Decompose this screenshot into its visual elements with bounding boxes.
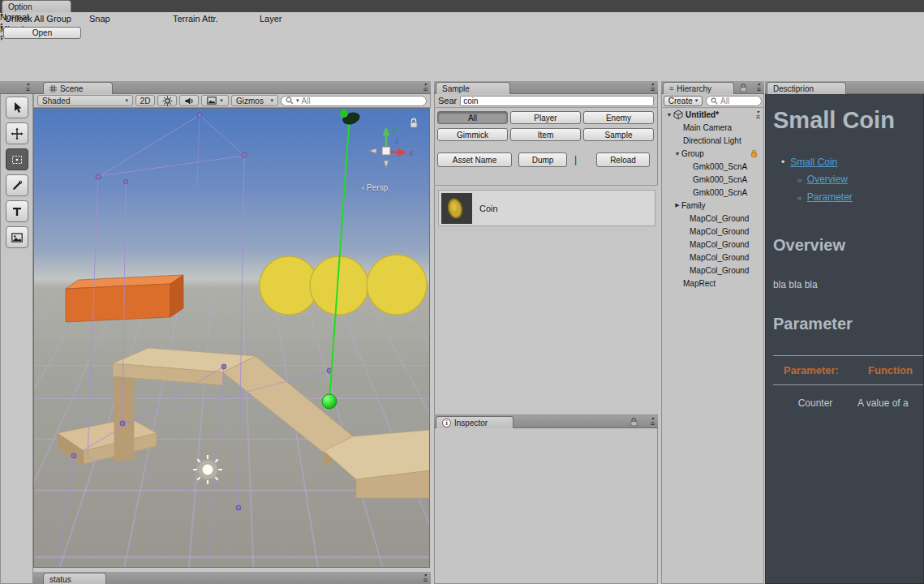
tab-hierarchy[interactable]: ≡ Hierarchy xyxy=(663,82,734,94)
hierarchy-item[interactable]: MapCol_Ground xyxy=(662,238,763,251)
filter-sample-button[interactable]: Sample xyxy=(583,128,654,141)
lock-icon[interactable] xyxy=(630,417,638,427)
hierarchy-item[interactable]: MapCol_Ground xyxy=(662,251,763,264)
asset-name-button[interactable]: Asset Name xyxy=(437,152,512,167)
sample-search-input[interactable] xyxy=(460,96,654,106)
create-button[interactable]: Create ▾ xyxy=(664,96,703,106)
pane-menu-icon[interactable]: ▾≡ xyxy=(26,82,30,92)
pointer-tool-button[interactable] xyxy=(6,97,28,118)
hierarchy-item[interactable]: Gmk000_ScnA xyxy=(662,160,763,173)
image-tool-button[interactable] xyxy=(6,226,28,248)
tab-status[interactable]: status xyxy=(43,573,106,584)
persp-label[interactable]: ‹ Persp xyxy=(362,183,427,192)
toc-link-small-coin[interactable]: Small Coin xyxy=(790,157,837,168)
pane-menu-icon[interactable]: ▾≡ xyxy=(757,82,761,92)
unity-cube-icon xyxy=(673,110,683,119)
2d-toggle-button[interactable]: 2D xyxy=(135,95,155,106)
hierarchy-item[interactable]: MapCol_Ground xyxy=(662,225,763,238)
text-tool-button[interactable] xyxy=(6,200,28,222)
image-icon xyxy=(207,97,217,105)
pane-menu-icon[interactable]: ▾≡ xyxy=(651,416,655,426)
table-header-function: Function xyxy=(857,356,924,385)
hierarchy-item[interactable]: Gmk000_ScnA xyxy=(662,186,763,199)
hierarchy-item[interactable]: MapRect xyxy=(662,277,763,290)
pane-menu-icon[interactable]: ▾≡ xyxy=(651,82,655,92)
hierarchy-tree: ▼ Untitled* ▾≡ Main Camera Directional L… xyxy=(662,108,763,290)
sun-icon xyxy=(162,96,173,106)
hierarchy-item[interactable]: Directional Light xyxy=(662,134,763,147)
tab-description[interactable]: Desctiprion xyxy=(767,82,846,94)
axis-x-label: x xyxy=(409,148,413,157)
toolbar-separator: | xyxy=(574,154,577,165)
gizmos-dropdown[interactable]: Gizmos ▾ xyxy=(231,95,278,106)
filter-enemy-button[interactable]: Enemy xyxy=(583,111,654,124)
orientation-gizmo[interactable]: y x z xyxy=(360,122,423,178)
filter-all-button[interactable]: All xyxy=(437,111,508,124)
search-icon xyxy=(711,97,718,105)
hierarchy-search-input[interactable]: All xyxy=(706,96,762,106)
brush-tool-button[interactable] xyxy=(6,174,28,196)
tools-panel: ▾≡ xyxy=(0,81,33,584)
lock-icon[interactable] xyxy=(739,83,748,92)
foldout-arrow-icon[interactable]: ▼ xyxy=(673,151,681,157)
tools-panel-header: ▾≡ xyxy=(0,81,33,94)
scene-panel: Scene ▾≡ Shaded ▾ 2D xyxy=(33,81,431,584)
lighting-toggle-button[interactable] xyxy=(157,95,177,106)
hierarchy-item[interactable]: MapCol_Ground xyxy=(662,212,763,225)
pane-menu-icon[interactable]: ▾≡ xyxy=(756,110,760,119)
directional-light-gizmo[interactable] xyxy=(193,455,222,484)
toc-link-parameter[interactable]: Parameter xyxy=(807,191,853,203)
effects-dropdown[interactable]: ▾ xyxy=(201,95,229,106)
pointer-icon xyxy=(11,101,24,114)
parameter-table: Parameter: Function Counter A value of a xyxy=(773,355,924,421)
scene-viewport[interactable]: y x z ‹ Persp xyxy=(33,108,430,568)
speaker-icon xyxy=(184,96,195,106)
tab-inspector[interactable]: i Inspector xyxy=(436,416,514,428)
table-header-parameter: Parameter: xyxy=(773,356,857,385)
toc-link-overview[interactable]: Overview xyxy=(807,174,848,185)
filter-item-button[interactable]: Item xyxy=(510,128,581,141)
tab-scene[interactable]: Scene xyxy=(43,82,113,94)
foldout-arrow-icon[interactable]: ▼ xyxy=(665,112,673,118)
scene-toolbar: Shaded ▾ 2D xyxy=(33,94,431,108)
scene-root-row[interactable]: ▼ Untitled* ▾≡ xyxy=(662,108,763,121)
dump-button[interactable]: Dump xyxy=(518,152,567,167)
grid-icon xyxy=(49,85,57,92)
foldout-arrow-icon[interactable]: ▶ xyxy=(673,202,681,208)
open-button[interactable]: Open xyxy=(3,27,81,39)
reload-button[interactable]: Reload xyxy=(596,152,650,167)
hierarchy-panel-header: ≡ Hierarchy ▾≡ xyxy=(661,81,764,94)
brush-icon xyxy=(11,179,24,192)
hierarchy-item[interactable]: Main Camera xyxy=(662,121,763,134)
info-icon: i xyxy=(442,419,451,427)
sample-panel-header: Sample ▾≡ xyxy=(434,81,658,94)
axis-z-label: z xyxy=(395,136,399,145)
pane-menu-icon[interactable]: ▾≡ xyxy=(423,573,428,582)
filter-gimmick-button[interactable]: Gimmick xyxy=(437,128,508,141)
asset-item-label: Coin xyxy=(479,204,498,213)
hierarchy-item-group[interactable]: ▼ Group xyxy=(662,147,763,160)
tab-sample[interactable]: Sample xyxy=(436,82,510,94)
status-panel-header: status ▾≡ xyxy=(33,572,431,584)
audio-toggle-button[interactable] xyxy=(179,95,199,106)
image-icon xyxy=(11,231,24,244)
editor-window: Option Unlock All Group Snap Terrain Att… xyxy=(0,0,924,584)
pane-menu-icon[interactable]: ▾≡ xyxy=(423,82,428,92)
chevron-down-icon: ▾ xyxy=(220,97,223,104)
move-icon xyxy=(11,127,24,140)
hierarchy-item[interactable]: MapCol_Ground xyxy=(662,264,763,277)
tab-option[interactable]: Option xyxy=(2,0,71,12)
axis-y-label: y xyxy=(393,126,397,135)
hierarchy-item-family[interactable]: ▶ Family xyxy=(662,199,763,212)
green-sphere-handle[interactable] xyxy=(322,394,337,409)
shading-mode-dropdown[interactable]: Shaded ▾ xyxy=(37,95,133,106)
rect-select-tool-button[interactable] xyxy=(6,148,28,170)
hierarchy-item[interactable]: Gmk000_ScnA xyxy=(662,173,763,186)
scene-search-input[interactable]: ▾ All xyxy=(281,96,427,106)
coin-thumbnail-icon xyxy=(441,193,472,224)
asset-item-coin[interactable]: Coin xyxy=(438,190,655,226)
lock-icon xyxy=(409,118,419,128)
hierarchy-panel: ≡ Hierarchy ▾≡ Create ▾ A xyxy=(661,81,764,584)
move-tool-button[interactable] xyxy=(6,122,28,144)
filter-player-button[interactable]: Player xyxy=(510,111,581,124)
